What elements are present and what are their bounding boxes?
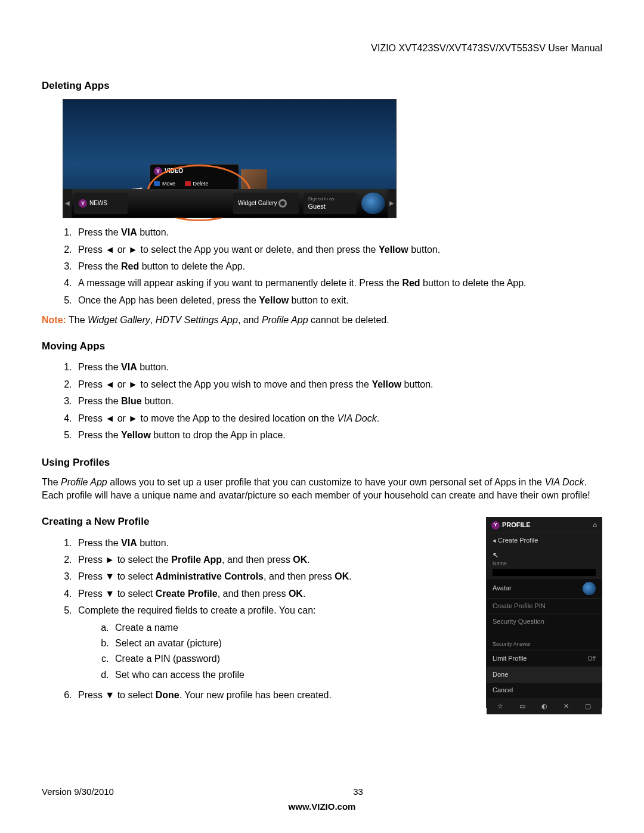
square-icon: ▢ bbox=[585, 702, 591, 711]
blue-box-icon bbox=[154, 181, 160, 186]
signed-in-label: Signed in as bbox=[308, 196, 335, 202]
profile-security-answer-row: Security Answer bbox=[487, 630, 602, 651]
profile-title: PROFILE bbox=[502, 521, 531, 529]
dock-item-signed-in: Signed in as Guest bbox=[304, 193, 357, 214]
profile-cancel-row: Cancel bbox=[487, 682, 602, 698]
dock-item-news: Y NEWS bbox=[74, 193, 128, 214]
header-title: VIZIO XVT423SV/XVT473SV/XVT553SV User Ma… bbox=[42, 42, 602, 55]
yahoo-icon: Y bbox=[79, 199, 87, 208]
profile-footer-icons: ☆ ▭ ◐ ✕ ▢ bbox=[487, 698, 602, 714]
list-item: Press ◄ or ► to select the App you want … bbox=[75, 241, 602, 258]
profile-back-row: ◂ Create Profile bbox=[487, 532, 602, 548]
list-item: Press ◄ or ► to move the App to the desi… bbox=[75, 410, 602, 427]
via-dock: ◀ Y NEWS Widget Gallery Signed in as Gue… bbox=[63, 189, 396, 218]
list-item: A message will appear asking if you want… bbox=[75, 275, 602, 292]
deleting-note: Note: The Widget Gallery, HDTV Settings … bbox=[42, 314, 602, 327]
heading-using-profiles: Using Profiles bbox=[42, 456, 602, 470]
heading-moving-apps: Moving Apps bbox=[42, 339, 602, 354]
version-text: Version 9/30/2010 bbox=[42, 785, 114, 798]
avatar-icon bbox=[583, 582, 596, 595]
using-profiles-intro: The Profile App allows you to set up a u… bbox=[42, 476, 602, 503]
yahoo-icon: Y bbox=[154, 167, 162, 175]
yahoo-icon: Y bbox=[491, 521, 500, 529]
dock-item-gallery: Widget Gallery bbox=[233, 193, 299, 214]
red-box-icon bbox=[185, 181, 191, 186]
news-label: NEWS bbox=[89, 199, 107, 208]
globe-icon: ◐ bbox=[541, 702, 547, 711]
list-item: Once the App has been deleted, press the… bbox=[75, 292, 602, 309]
heading-deleting-apps: Deleting Apps bbox=[42, 79, 602, 93]
profile-limit-row: Limit Profile Off bbox=[487, 651, 602, 666]
footer-url: www.VIZIO.com bbox=[42, 800, 602, 813]
list-item: Press the Blue button. bbox=[75, 393, 602, 410]
page-number: 33 bbox=[353, 786, 363, 797]
widget-gallery-label: Widget Gallery bbox=[238, 199, 277, 208]
profile-done-row: Done bbox=[487, 667, 602, 682]
profile-header: Y PROFILE ⌂ bbox=[487, 518, 602, 532]
list-item: Press the VIA button. bbox=[75, 224, 602, 241]
delete-label: Delete bbox=[193, 180, 209, 188]
list-item: Press the VIA button. bbox=[75, 359, 602, 376]
list-item: Press ◄ or ► to select the App you wish … bbox=[75, 376, 602, 393]
profile-security-question-row: Security Question bbox=[487, 614, 602, 629]
x-icon: ✕ bbox=[564, 702, 569, 711]
gear-icon bbox=[278, 199, 287, 208]
dock-nav-left: ◀ bbox=[63, 189, 72, 218]
home-icon: ⌂ bbox=[593, 521, 597, 529]
dock-nav-right: ▶ bbox=[388, 189, 396, 218]
list-item: Press the Red button to delete the App. bbox=[75, 258, 602, 275]
dock-item-earth bbox=[361, 193, 385, 214]
video-label: VIDEO bbox=[165, 167, 183, 175]
move-label: Move bbox=[162, 180, 175, 188]
list-item: Press the Yellow button to drop the App … bbox=[75, 427, 602, 444]
profile-name-input: ↖ Name bbox=[487, 549, 602, 578]
cursor-icon: ↖ bbox=[493, 550, 499, 561]
name-field-bar bbox=[493, 569, 596, 576]
profile-create-pin-row: Create Profile PIN bbox=[487, 598, 602, 614]
deleting-steps: Press the VIA button. Press ◄ or ► to se… bbox=[75, 224, 602, 309]
name-label: Name bbox=[493, 560, 507, 568]
page-footer: Version 9/30/2010 33 www.VIZIO.com bbox=[42, 785, 602, 813]
moving-steps: Press the VIA button. Press ◄ or ► to se… bbox=[75, 359, 602, 444]
deleting-apps-screenshot: Y VIDEO Move Delete Done ◀ Y NEWS Widget… bbox=[63, 99, 397, 218]
note-label: Note: bbox=[42, 315, 66, 325]
star-icon: ☆ bbox=[497, 702, 503, 711]
profile-screenshot: Y PROFILE ⌂ ◂ Create Profile ↖ Name Avat… bbox=[486, 517, 602, 708]
signed-in-user: Guest bbox=[308, 202, 326, 211]
profile-avatar-row: Avatar bbox=[487, 578, 602, 598]
card-icon: ▭ bbox=[519, 702, 525, 711]
